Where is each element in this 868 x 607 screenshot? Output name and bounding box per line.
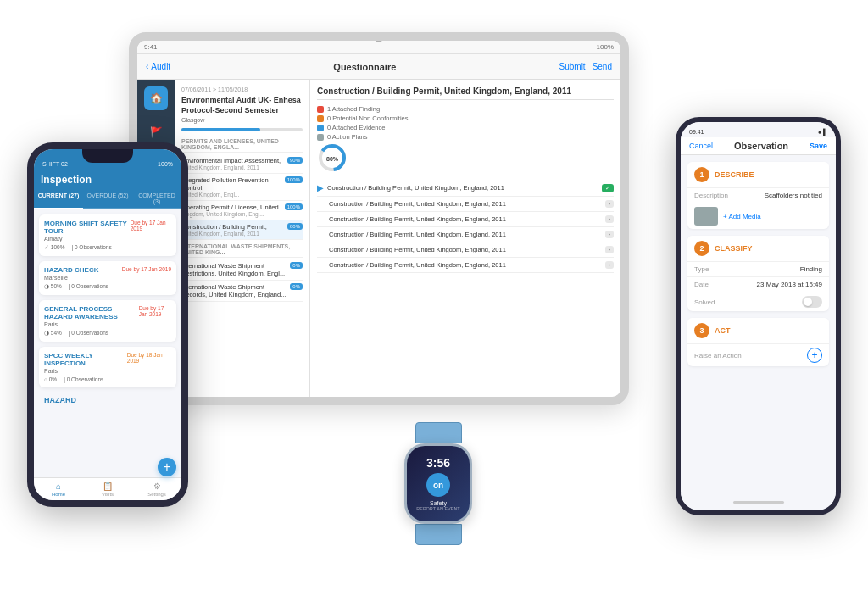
q-row[interactable]: Construction / Building Permit, United K… <box>317 197 614 212</box>
obs-section-header-2: 2 CLASSIFY <box>687 236 829 261</box>
q-row[interactable]: Construction / Building Permit, United K… <box>317 212 614 227</box>
left-section-title: PERMITS AND LICENSES, UNITED KINGDOM, EN… <box>181 138 303 153</box>
pr-time: 09:41 <box>689 129 704 135</box>
obs-field-action[interactable]: Raise an Action + <box>687 343 829 366</box>
tablet-camera <box>376 36 382 42</box>
inspection-card-3[interactable]: GENERAL PROCESS HAZARD AWARENESS Due by … <box>39 300 176 342</box>
q-row[interactable]: ▶ Construction / Building Permit, United… <box>317 180 614 197</box>
audit-date: 07/06/2011 > 11/05/2018 <box>181 86 303 92</box>
tablet-content: 🏠 🚩 ⊞ 07/06/2011 > 11/05/2018 Environmen… <box>137 80 620 397</box>
audit-title: Environmental Audit UK- Enhesa Protocol-… <box>181 96 303 115</box>
tablet-submit-button[interactable]: Submit <box>559 62 586 71</box>
sidebar-flag-icon[interactable]: 🚩 <box>144 120 168 144</box>
inspection-location-2: Marseille <box>44 275 171 281</box>
inspection-stats-4: ○ 0%| 0 Observations <box>44 376 171 382</box>
nonconformity-icon <box>317 115 324 122</box>
scene: 9:41 100% ‹ Audit Questionnaire Submit S… <box>27 15 841 592</box>
solved-toggle[interactable] <box>802 296 822 308</box>
watch-logo: on <box>426 473 450 497</box>
questionnaire-stats: 1 Attached Finding 0 Potential Non Confo… <box>317 105 614 173</box>
stat-action: 0 Action Plans <box>317 133 614 141</box>
obs-thumbnail <box>694 207 718 226</box>
watch-time: 3:56 <box>426 456 450 470</box>
watch-band-top <box>415 422 462 443</box>
tablet-status-bar: 9:41 100% <box>137 41 620 54</box>
phone-left-content: MORNING SHIFT SAFETY TOUR Due by 17 Jan … <box>34 209 181 477</box>
pr-save-button[interactable]: Save <box>810 142 827 150</box>
obs-field-date: Date 23 May 2018 at 15:49 <box>687 276 829 292</box>
step-2-label: CLASSIFY <box>715 244 753 253</box>
watch-body: 3:56 on Safety REPORT AN EVENT <box>404 443 472 524</box>
inspection-card-4[interactable]: SPCC WEEKLY INSPECTION Due by 18 Jan 201… <box>39 347 176 387</box>
fab-add-button[interactable]: + <box>158 458 176 476</box>
list-item[interactable]: 0% International Waste Shipment Records,… <box>181 281 303 302</box>
tab-completed[interactable]: COMPLETED (3) <box>132 189 181 208</box>
watch-band-bottom <box>415 524 462 545</box>
step-3-label: ACT <box>715 326 731 335</box>
tablet-send-button[interactable]: Send <box>593 62 612 71</box>
tablet-time: 9:41 <box>144 43 158 51</box>
pr-home-indicator <box>681 493 836 510</box>
inspection-due-1: Due by 17 Jan 2019 <box>131 220 171 231</box>
tablet: 9:41 100% ‹ Audit Questionnaire Submit S… <box>129 32 629 405</box>
apple-watch: 3:56 on Safety REPORT AN EVENT <box>392 422 485 541</box>
tab-current[interactable]: CURRENT (27) <box>34 189 83 208</box>
phone-notch <box>82 149 133 163</box>
waste-section-title: INTERNATIONAL WASTE SHIPMENTS, UNITED KI… <box>181 243 303 258</box>
pr-cancel-button[interactable]: Cancel <box>689 142 713 150</box>
list-item[interactable]: 90% Environmental Impact Assessment, Uni… <box>181 154 303 174</box>
obs-media-row: + Add Media <box>687 203 829 229</box>
donut-chart: 80% <box>317 142 348 173</box>
list-item[interactable]: 100% Integrated Pollution Prevention Con… <box>181 174 303 201</box>
watch-label: Safety <box>430 500 447 506</box>
inspection-title-1: MORNING SHIFT SAFETY TOUR <box>44 220 131 235</box>
obs-section-describe: 1 DESCRIBE Description Scaffolders not t… <box>687 162 829 229</box>
action-icon <box>317 134 324 141</box>
stat-finding: 1 Attached Finding <box>317 105 614 113</box>
inspection-title-2: HAZARD CHECK <box>44 266 98 274</box>
tab-overdue[interactable]: OVERDUE (52) <box>83 189 132 208</box>
add-media-button[interactable]: + Add Media <box>723 213 761 220</box>
list-item[interactable]: 80% Construction / Building Permit, Unit… <box>181 220 303 240</box>
pr-content: 1 DESCRIBE Description Scaffolders not t… <box>681 155 836 493</box>
phone-left-tabs: CURRENT (27) OVERDUE (52) COMPLETED (3) <box>34 189 181 209</box>
inspection-card-1[interactable]: MORNING SHIFT SAFETY TOUR Due by 17 Jan … <box>39 214 176 256</box>
q-row[interactable]: Construction / Building Permit, United K… <box>317 258 614 273</box>
q-row[interactable]: Construction / Building Permit, United K… <box>317 242 614 258</box>
watch-sub-label: REPORT AN EVENT <box>416 506 459 511</box>
obs-section-header-3: 3 ACT <box>687 318 829 343</box>
pr-battery-icons: ● ▌ <box>818 129 827 135</box>
watch-screen: 3:56 on Safety REPORT AN EVENT <box>407 446 470 521</box>
bottom-nav-settings[interactable]: ⚙ Settings <box>132 482 181 497</box>
pr-status-bar: 09:41 ● ▌ <box>681 122 836 137</box>
obs-field-solved[interactable]: Solved <box>687 292 829 311</box>
step-2-circle: 2 <box>694 241 709 256</box>
bottom-nav-visits[interactable]: 📋 Visits <box>83 482 132 497</box>
audit-location: Glasgow <box>181 117 303 123</box>
step-1-circle: 1 <box>694 167 709 182</box>
home-bar <box>733 501 784 504</box>
stat-evidence: 0 Attached Evidence <box>317 124 614 131</box>
step-1-label: DESCRIBE <box>715 170 754 179</box>
sidebar-home-icon[interactable]: 🏠 <box>144 86 168 110</box>
inspection-stats-2: ◑ 50%| 0 Observations <box>44 283 171 290</box>
finding-icon <box>317 106 324 113</box>
inspection-due-2: Due by 17 Jan 2019 <box>122 266 171 272</box>
inspection-stats-3: ◑ 54%| 0 Observations <box>44 330 171 337</box>
list-item[interactable]: 100% Operating Permit / License, United … <box>181 201 303 220</box>
inspection-title-3: GENERAL PROCESS HAZARD AWARENESS <box>44 305 139 320</box>
tablet-main: 07/06/2011 > 11/05/2018 Environmental Au… <box>175 80 620 397</box>
obs-field-type: Type Finding <box>687 261 829 276</box>
pr-nav: Cancel Observation Save <box>681 137 836 155</box>
list-item[interactable]: 0% International Waste Shipment Restrict… <box>181 259 303 281</box>
tablet-right-panel: Construction / Building Permit, United K… <box>310 80 620 397</box>
inspection-location-1: Almaty <box>44 236 171 242</box>
tablet-nav: ‹ Audit Questionnaire Submit Send <box>137 54 620 80</box>
raise-action-button[interactable]: + <box>807 348 822 363</box>
pr-nav-title: Observation <box>734 141 788 151</box>
q-row[interactable]: Construction / Building Permit, United K… <box>317 227 614 242</box>
tablet-back-button[interactable]: ‹ Audit <box>146 62 170 71</box>
obs-field-description: Description Scaffolders not tied <box>687 187 829 203</box>
inspection-card-2[interactable]: HAZARD CHECK Due by 17 Jan 2019 Marseill… <box>39 261 176 295</box>
bottom-nav-home[interactable]: ⌂ Home <box>34 482 83 497</box>
